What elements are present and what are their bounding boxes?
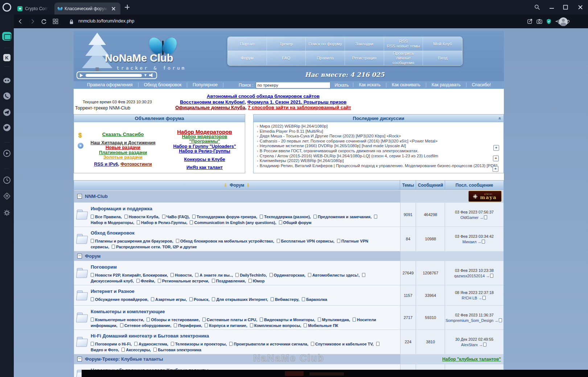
goto-post-icon[interactable]: → (479, 343, 483, 347)
close-icon[interactable] (577, 4, 584, 11)
search-submit-button[interactable]: Искать (335, 83, 349, 88)
subforum-link[interactable]: Поговорим о Hi-Fi, (91, 342, 132, 346)
subforum-link[interactable]: Комплексные вопросы, (250, 323, 301, 328)
tab-crypto[interactable]: Crypto Com (14, 3, 53, 14)
platinum-releases-link[interactable]: Платиновые раздачи (78, 150, 168, 156)
new-tab-button[interactable] (125, 5, 129, 9)
hitparade-link[interactable]: Наш Хитпарад и Достижения (78, 141, 168, 146)
goto-post-icon[interactable]: → (486, 274, 490, 278)
moderators-link[interactable]: Набор Модераторов (166, 129, 243, 134)
subforum-link[interactable]: Проигрыватели и источники сигнала, (229, 342, 308, 346)
lock-icon[interactable] (69, 19, 74, 25)
discussion-item[interactable]: ›Клипмейкеры (2022) WEBRip [H.264/1080p] (257, 158, 500, 163)
page-icon[interactable] (482, 240, 485, 244)
subforum-link[interactable]: Обсуждение провайдеров, (91, 297, 148, 302)
expand-button[interactable]: + (493, 145, 499, 151)
search-icon[interactable] (534, 4, 540, 11)
page-icon[interactable] (482, 296, 486, 300)
nav-button[interactable]: Закладки (345, 37, 384, 51)
nav-button[interactable]: Регистрация (345, 51, 384, 65)
my-flow-icon[interactable] (527, 18, 533, 25)
subforum-link[interactable]: Корпуса и питание, (205, 323, 247, 328)
player-progress-bar[interactable] (86, 74, 142, 77)
subnav-link[interactable]: Как скачивать (386, 83, 426, 87)
subforum-link[interactable]: Новости P2P, Копирайт, Блокировки, (91, 273, 168, 277)
twitter-icon[interactable] (3, 124, 11, 132)
rss-ipv6-link[interactable]: RSS и IPv6 (94, 162, 118, 167)
subforum-link[interactable]: Флейм, (136, 279, 155, 283)
announce-link[interactable]: 7 способов зайти на заблокированный сайт (248, 105, 351, 110)
nav-button[interactable]: Вход (423, 51, 462, 65)
thanks-link[interactable]: Сказать Спасибо (78, 132, 168, 137)
discussion-item[interactable]: ›Дядя Миша - Тоська-Сука И Другие Песни … (257, 134, 500, 139)
whatsapp-icon[interactable] (3, 92, 11, 100)
subforum-link[interactable]: DailyTechInfo, (235, 273, 267, 277)
extensions-cube-icon[interactable] (3, 192, 11, 200)
sort-icon[interactable]: ⇩ (224, 183, 227, 188)
club-talents-recruit-link[interactable]: Набор "клубных талантов" (442, 357, 501, 362)
site-logo[interactable]: NoNaMe Club (105, 52, 173, 64)
discussion-item[interactable]: ›В России ввели ГОСТ, ограничивающий ско… (257, 149, 500, 154)
new-releases-link[interactable]: Новые раздачи (78, 145, 168, 150)
subforum-link[interactable]: Автомобилисты здесь!, (308, 273, 359, 277)
subforum-link[interactable]: Поздравления, (212, 279, 246, 283)
subnav-link[interactable]: Как искать (353, 83, 386, 87)
subforum-link[interactable]: Барахолка (302, 297, 327, 302)
partner-banner[interactable]: planet maya (468, 191, 502, 202)
page-icon[interactable] (483, 343, 486, 347)
subforum-link[interactable]: ЧаВо (FAQ), (162, 215, 190, 219)
uploaders-link[interactable]: Набор в Группу "Uploaders" (166, 144, 243, 149)
subforum-link[interactable]: Communication in English (any questions)… (190, 220, 276, 225)
collapse-minus-icon[interactable] (77, 194, 82, 199)
subforum-link[interactable]: Компьютерные новости, (91, 318, 144, 322)
announce-link[interactable]: Восстановим всем Клубом! (180, 99, 244, 105)
collapse-minus-icon[interactable] (77, 357, 82, 361)
discussion-item[interactable]: ›Мира (2022) WEBRip [H.264/1080p] (257, 124, 500, 129)
subforum-link[interactable]: Системные платы и CPU, (202, 318, 257, 322)
page-icon[interactable] (490, 274, 493, 278)
contests-link[interactable]: Конкурсы в Клубе (166, 157, 243, 162)
subforum-link[interactable]: Вебмастеру, (271, 297, 299, 302)
subnav-link[interactable]: Обход блокировок (139, 83, 188, 87)
subforum-link[interactable]: Бесплатные VPN сервисы, (277, 239, 334, 243)
collapse-icon[interactable]: « (497, 117, 503, 120)
forum-title-link[interactable]: Поговорим (91, 264, 117, 270)
subforum-link[interactable]: Юмор (248, 279, 265, 283)
subforum-link[interactable]: Набор в Релиз-Группы, (137, 220, 187, 225)
maximize-icon[interactable] (562, 4, 569, 11)
subforum-link[interactable]: Новости, (170, 273, 193, 277)
expand-button[interactable]: + (493, 166, 498, 172)
nav-button[interactable]: Поиск по форуму (306, 37, 345, 51)
sort-icon[interactable]: ⇩ (246, 183, 250, 188)
chevron-down-icon[interactable]: ▼ (144, 74, 147, 77)
subforum-link[interactable]: Видеокарты и Мониторы, (260, 318, 315, 322)
subforum-link[interactable]: Техподдержка (разное), (260, 215, 311, 219)
subforum-link[interactable]: Азартные игры, (151, 297, 187, 302)
nav-button[interactable]: Проверить личные сообщения (384, 51, 423, 65)
wallet-icon[interactable] (2, 32, 12, 41)
last-post-user-link[interactable]: Sompremium_Som_Design (445, 318, 493, 323)
telegram-icon[interactable] (3, 108, 11, 116)
play-icon[interactable] (80, 74, 83, 77)
subforum-link[interactable]: Распределенные сети. TOR, I2P и другие (112, 245, 197, 249)
gold-releases-link[interactable]: Золотые раздачи (78, 155, 168, 160)
forum-title-link[interactable]: Информация и поддержка (91, 206, 152, 211)
subforum-link[interactable]: Обход блокировок на мобильных устройства… (176, 239, 274, 243)
subnav-link[interactable]: Как раздавать (426, 83, 466, 87)
goto-post-icon[interactable]: → (477, 240, 481, 244)
announce-link[interactable]: Формула 1. Сезон 2021. Розыгрыш призов (247, 99, 347, 105)
opera-logo-icon[interactable] (3, 3, 11, 12)
inyaz-link[interactable]: ИнЯз как талант (166, 165, 243, 170)
subforum-link[interactable]: Техподдержка форум-трекера, (192, 215, 257, 219)
k-service-icon[interactable]: K (3, 54, 11, 62)
volume-icon[interactable] (149, 73, 154, 78)
subforum-link[interactable]: А знаете ли вы.., (195, 273, 233, 277)
category-row-forum[interactable]: Форум (74, 251, 503, 261)
nav-button[interactable]: Трекер (267, 37, 306, 51)
subnav-link[interactable]: Правила оформления (82, 83, 139, 87)
profile-avatar[interactable] (559, 17, 568, 26)
minimize-icon[interactable] (548, 5, 555, 12)
settings-gear-icon[interactable] (3, 209, 11, 217)
forum-title-link[interactable]: Интернет и Разное (91, 289, 135, 294)
announce-link[interactable]: Официальные домены Клуба (175, 105, 245, 110)
